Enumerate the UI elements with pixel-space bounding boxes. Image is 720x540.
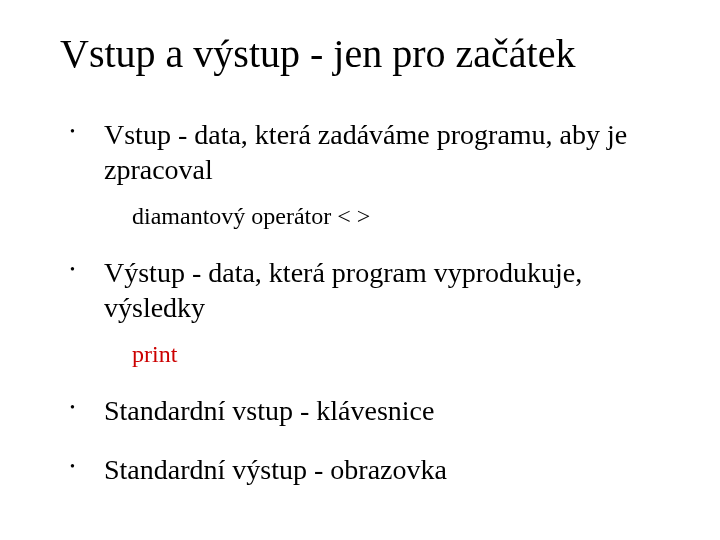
sub-item: print (132, 339, 680, 369)
bullet-text: Výstup - data, která program vyprodukuje… (104, 257, 582, 323)
slide-title: Vstup a výstup - jen pro začátek (60, 30, 680, 77)
bullet-text: Standardní výstup - obrazovka (104, 454, 447, 485)
bullet-item: Vstup - data, která zadáváme programu, a… (70, 117, 680, 231)
bullet-item: Standardní vstup - klávesnice (70, 393, 680, 428)
sub-item: diamantový operátor < > (132, 201, 680, 231)
bullet-text: Standardní vstup - klávesnice (104, 395, 434, 426)
bullet-item: Standardní výstup - obrazovka (70, 452, 680, 487)
slide: Vstup a výstup - jen pro začátek Vstup -… (0, 0, 720, 540)
bullet-text: Vstup - data, která zadáváme programu, a… (104, 119, 627, 185)
sub-text: diamantový operátor < > (132, 203, 370, 229)
bullet-item: Výstup - data, která program vyprodukuje… (70, 255, 680, 369)
sub-text: print (132, 341, 177, 367)
bullet-list: Vstup - data, která zadáváme programu, a… (40, 117, 680, 487)
